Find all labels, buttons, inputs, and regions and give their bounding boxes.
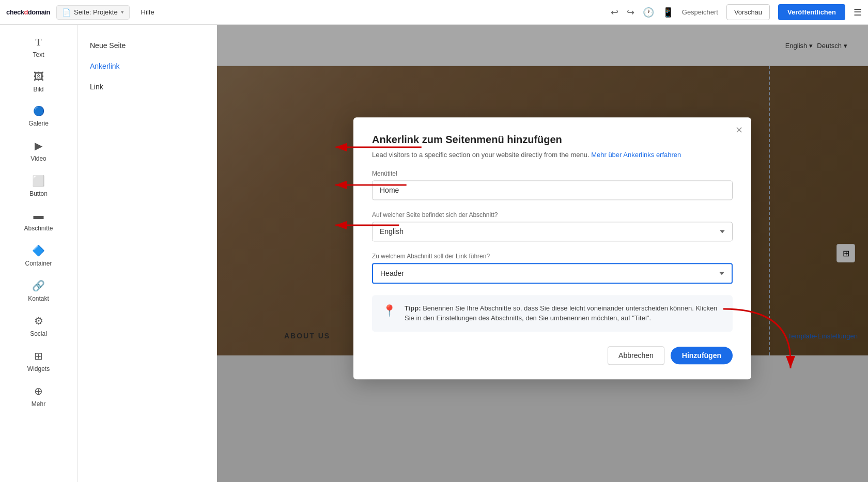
widgets-icon: ⊞ — [34, 350, 43, 362]
saved-status: Gespeichert — [682, 8, 718, 16]
mobile-view-button[interactable]: 📱 — [662, 7, 674, 18]
tip-icon: 📍 — [382, 304, 396, 318]
sidebar-item-widgets[interactable]: ⊞ Widgets — [0, 344, 77, 379]
tip-text: Tipp: Benennen Sie Ihre Abschnitte so, d… — [405, 303, 722, 323]
main-layout: T Text 🖼 Bild 🔵 Galerie ▶ Video ⬜ Button… — [0, 25, 868, 482]
sidebar-item-abschnitte[interactable]: ▬ Abschnitte — [0, 204, 77, 238]
more-link[interactable]: Mehr über Ankerlinks erfahren — [591, 151, 681, 159]
page-tab-label: Seite: Projekte — [74, 8, 118, 16]
hilfe-button[interactable]: Hilfe — [136, 6, 160, 19]
sidebar-item-bild[interactable]: 🖼 Bild — [0, 65, 77, 99]
sidebar-item-button[interactable]: ⬜ Button — [0, 168, 77, 204]
undo-button[interactable]: ↩ — [611, 7, 618, 18]
add-button[interactable]: Hinzufügen — [671, 347, 733, 364]
container-icon: 🔷 — [32, 244, 45, 257]
sidebar-item-social[interactable]: ⚙ Social — [0, 308, 77, 344]
sidebar-label-social: Social — [30, 330, 47, 337]
sidebar-label-button: Button — [29, 190, 48, 197]
history-button[interactable]: 🕐 — [643, 7, 654, 18]
section-select[interactable]: Header About — [372, 263, 733, 284]
tip-box: 📍 Tipp: Benennen Sie Ihre Abschnitte so,… — [372, 295, 733, 332]
sidebar-label-kontakt: Kontakt — [28, 295, 49, 302]
side-panel-neue-seite[interactable]: Neue Seite — [78, 35, 217, 56]
modal-subtitle: Lead visitors to a specific section on y… — [372, 151, 733, 159]
sidebar-label-text: Text — [33, 51, 44, 58]
canvas-area: Meine Homepage English ▾ Deutsch ▾ ABOUT… — [78, 25, 868, 482]
side-panel: Neue Seite Ankerlink Link — [78, 25, 217, 482]
logo[interactable]: checkddomain — [6, 8, 50, 16]
sidebar: T Text 🖼 Bild 🔵 Galerie ▶ Video ⬜ Button… — [0, 25, 78, 482]
abschnitte-icon: ▬ — [34, 210, 44, 222]
sidebar-item-container[interactable]: 🔷 Container — [0, 238, 77, 273]
side-panel-link[interactable]: Link — [78, 76, 217, 97]
sidebar-item-text[interactable]: T Text — [0, 31, 77, 65]
sidebar-item-mehr[interactable]: ⊕ Mehr — [0, 379, 77, 414]
modal-dialog: ✕ Ankerlink zum Seitenmenü hinzufügen Le… — [353, 117, 751, 379]
topbar-right: ↩ ↪ 🕐 📱 Gespeichert Vorschau Veröffentli… — [611, 4, 862, 20]
menu-title-label: Menütitel — [372, 170, 733, 177]
preview-button[interactable]: Vorschau — [726, 4, 770, 20]
mehr-icon: ⊕ — [34, 385, 43, 397]
sidebar-label-abschnitte: Abschnitte — [24, 225, 53, 232]
publish-button[interactable]: Veröffentlichen — [778, 4, 845, 20]
sidebar-label-mehr: Mehr — [32, 400, 45, 408]
cancel-button[interactable]: Abbrechen — [608, 346, 664, 365]
modal-footer: Abbrechen Hinzufügen — [372, 346, 733, 365]
galerie-icon: 🔵 — [33, 105, 44, 117]
modal-close-button[interactable]: ✕ — [735, 125, 743, 136]
sidebar-item-galerie[interactable]: 🔵 Galerie — [0, 99, 77, 133]
page-select[interactable]: English Deutsch — [372, 222, 733, 241]
page-select-label: Auf welcher Seite befindet sich der Absc… — [372, 211, 733, 219]
redo-button[interactable]: ↪ — [627, 7, 634, 18]
modal-title: Ankerlink zum Seitenmenü hinzufügen — [372, 134, 733, 146]
button-icon: ⬜ — [32, 175, 45, 187]
sidebar-label-bild: Bild — [33, 86, 43, 93]
text-icon: T — [35, 37, 41, 48]
sidebar-item-kontakt[interactable]: 🔗 Kontakt — [0, 273, 77, 308]
page-tab[interactable]: 📄 Seite: Projekte ▾ — [56, 5, 130, 20]
social-icon: ⚙ — [34, 315, 43, 327]
sidebar-item-video[interactable]: ▶ Video — [0, 133, 77, 168]
section-select-label: Zu welchem Abschnitt soll der Link führe… — [372, 253, 733, 260]
menu-title-input[interactable] — [372, 180, 733, 200]
sidebar-label-galerie: Galerie — [28, 120, 49, 127]
sidebar-label-widgets: Widgets — [27, 365, 50, 372]
menu-icon[interactable]: ☰ — [854, 7, 862, 18]
side-panel-ankerlink[interactable]: Ankerlink — [78, 56, 217, 76]
kontakt-icon: 🔗 — [32, 279, 45, 292]
sidebar-label-video: Video — [30, 155, 46, 162]
topbar: checkddomain 📄 Seite: Projekte ▾ Hilfe ↩… — [0, 0, 868, 25]
video-icon: ▶ — [35, 139, 42, 152]
bild-icon: 🖼 — [34, 71, 44, 83]
sidebar-label-container: Container — [25, 260, 52, 267]
